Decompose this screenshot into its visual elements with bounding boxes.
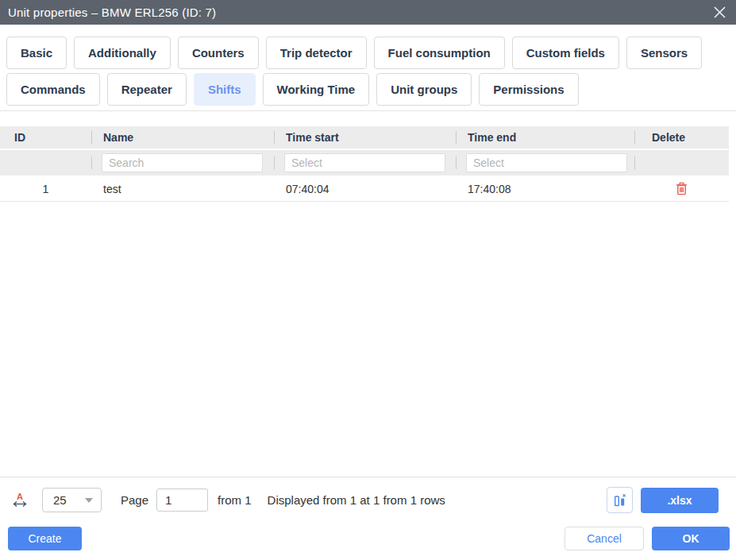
create-button[interactable]: Create <box>8 527 82 550</box>
filter-cell-name <box>91 150 274 176</box>
close-icon[interactable] <box>713 6 726 19</box>
content-spacer <box>0 202 736 477</box>
tab-permissions[interactable]: Permissions <box>479 73 578 106</box>
tab-working-time[interactable]: Working Time <box>263 73 370 106</box>
filter-cell-delete <box>634 150 729 176</box>
filter-cell-time-start <box>274 150 456 176</box>
tab-shifts[interactable]: Shifts <box>194 73 256 106</box>
svg-text:A: A <box>17 492 23 501</box>
name-search-input[interactable] <box>102 153 263 172</box>
tabs-divider <box>0 110 736 111</box>
chevron-down-icon <box>85 498 93 503</box>
time-start-select-input[interactable] <box>284 153 445 172</box>
column-header-time-end: Time end <box>456 126 634 149</box>
column-header-name: Name <box>91 126 274 149</box>
tab-trip-detector[interactable]: Trip detector <box>266 37 367 69</box>
export-xlsx-button[interactable]: .xlsx <box>641 488 719 513</box>
tab-sensors[interactable]: Sensors <box>626 37 702 69</box>
page-label: Page <box>121 493 148 507</box>
tab-basic[interactable]: Basic <box>6 37 67 69</box>
filter-cell-time-end <box>456 150 634 176</box>
tab-custom-fields[interactable]: Custom fields <box>512 37 619 69</box>
cell-id: 1 <box>0 176 91 201</box>
shifts-table: ID Name Time start Time end Delete 1 tes… <box>0 126 736 202</box>
time-end-select-input[interactable] <box>466 153 627 172</box>
tab-unit-groups[interactable]: Unit groups <box>376 73 472 106</box>
page-size-dropdown[interactable]: 25 <box>42 488 102 512</box>
columns-icon <box>612 492 628 508</box>
displayed-rows-label: Displayed from 1 at 1 from 1 rows <box>268 493 445 507</box>
pagination-bar: A 25 Page from 1 Displayed from 1 at 1 f… <box>0 477 736 523</box>
action-bar: Create Cancel OK <box>0 523 736 560</box>
column-header-time-start: Time start <box>274 126 456 149</box>
toggle-columns-button[interactable] <box>607 487 633 513</box>
cell-time-start: 07:40:04 <box>274 176 456 201</box>
tab-additionally[interactable]: Additionally <box>74 37 171 69</box>
page-size-value: 25 <box>53 493 67 507</box>
cell-name: test <box>91 176 274 201</box>
table-header-row: ID Name Time start Time end Delete <box>0 126 729 149</box>
cell-delete <box>634 176 729 201</box>
dialog-title: Unit properties – BMW ERL256 (ID: 7) <box>8 6 216 19</box>
table-filter-row <box>0 150 729 176</box>
unit-properties-dialog: Unit properties – BMW ERL256 (ID: 7) Bas… <box>0 0 736 560</box>
tab-repeater[interactable]: Repeater <box>107 73 187 106</box>
cancel-button[interactable]: Cancel <box>565 527 644 550</box>
tab-bar: Basic Additionally Counters Trip detecto… <box>0 25 736 106</box>
column-header-delete: Delete <box>634 126 729 149</box>
tab-counters[interactable]: Counters <box>178 37 259 69</box>
delete-icon[interactable] <box>676 182 688 195</box>
titlebar: Unit properties – BMW ERL256 (ID: 7) <box>0 0 736 25</box>
total-pages-label: from 1 <box>218 493 252 507</box>
cell-time-end: 17:40:08 <box>456 176 634 201</box>
page-number-input[interactable] <box>156 489 208 512</box>
fit-width-icon: A <box>10 491 29 510</box>
column-header-id: ID <box>0 126 91 149</box>
filter-cell-id <box>0 150 91 176</box>
tab-fuel-consumption[interactable]: Fuel consumption <box>374 37 505 69</box>
fit-columns-button[interactable]: A <box>10 490 30 511</box>
tab-commands[interactable]: Commands <box>6 73 100 106</box>
ok-button[interactable]: OK <box>652 527 730 550</box>
table-row[interactable]: 1 test 07:40:04 17:40:08 <box>0 176 729 202</box>
